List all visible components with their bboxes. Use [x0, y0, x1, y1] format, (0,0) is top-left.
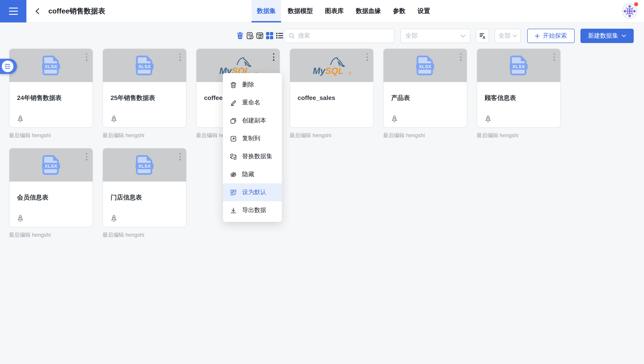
tab-data-lineage[interactable]: 数据血缘: [350, 0, 386, 23]
tab-dataset[interactable]: 数据集: [252, 0, 281, 23]
dataset-card-body[interactable]: 门店信息表: [102, 148, 186, 227]
type-filter-value: 全部: [406, 32, 418, 40]
copy-to-icon: [230, 135, 237, 142]
xlsx-file-icon: [42, 55, 60, 76]
hamburger-icon: [9, 8, 18, 9]
card-title: 顾客信息表: [485, 82, 553, 102]
rocket-icon: [484, 115, 492, 123]
menu-item-rename[interactable]: 重命名: [223, 94, 282, 112]
tab-parameters[interactable]: 参数: [388, 0, 411, 23]
dataset-card-body[interactable]: coffee_sales: [290, 48, 374, 128]
recycle-bin-icon[interactable]: [236, 32, 244, 40]
menu-button[interactable]: [0, 0, 26, 23]
card-menu-button[interactable]: [177, 151, 183, 162]
dataset-card: 顾客信息表 最后编辑 hengshi: [476, 48, 561, 139]
sort-icon: [479, 32, 486, 40]
rocket-icon: [16, 115, 24, 123]
app-header: coffee销售数据表 数据集 数据模型 图表库 数据血缘 参数 设置: [0, 0, 644, 23]
rename-icon: [230, 99, 237, 106]
chevron-down-icon: [512, 35, 517, 37]
search-input[interactable]: 搜索: [284, 29, 394, 43]
card-menu-button[interactable]: [177, 52, 183, 62]
hide-icon: [230, 171, 237, 178]
card-last-edited: 最后编辑 hengshi: [290, 132, 374, 139]
card-menu-button[interactable]: [458, 52, 464, 62]
xlsx-file-icon: [135, 55, 154, 76]
data-sync-icon[interactable]: [256, 32, 264, 40]
dataset-card-body[interactable]: 会员信息表: [9, 148, 93, 227]
card-menu-button[interactable]: [84, 52, 90, 62]
owner-filter-select[interactable]: 全部: [494, 29, 521, 43]
dataset-card: 会员信息表 最后编辑 hengshi: [9, 148, 93, 239]
recent-files-icon[interactable]: [246, 32, 254, 40]
chevron-down-icon: [622, 35, 626, 37]
card-menu-button-open[interactable]: [270, 52, 276, 62]
notification-dot: [634, 2, 638, 6]
tab-chart-library[interactable]: 图表库: [320, 0, 349, 23]
card-title: 产品表: [391, 82, 459, 102]
sidebar-toggle-button[interactable]: [0, 59, 17, 74]
menu-item-hide[interactable]: 隐藏: [223, 165, 282, 183]
dataset-card-body[interactable]: 顾客信息表: [476, 48, 561, 128]
mysql-logo-icon: [310, 56, 353, 77]
xlsx-file-icon: [509, 55, 528, 76]
menu-item-delete[interactable]: 删除: [223, 76, 282, 94]
new-dataset-button[interactable]: 新建数据集: [580, 29, 634, 43]
list-view-icon[interactable]: [276, 32, 283, 40]
dataset-card: 产品表 最后编辑 hengshi: [383, 48, 467, 139]
xlsx-file-icon: [416, 55, 434, 76]
grid-view-icon[interactable]: [266, 32, 274, 40]
dataset-card: 24年销售数据表 最后编辑 hengshi: [9, 48, 93, 139]
dataset-card: 25年销售数据表 最后编辑 hengshi: [102, 48, 186, 139]
card-last-edited: 最后编辑 hengshi: [9, 132, 93, 139]
duplicate-icon: [230, 117, 237, 124]
card-title: 24年销售数据表: [17, 82, 85, 102]
back-button[interactable]: [34, 8, 41, 15]
dataset-library-page: coffee销售数据表 数据集 数据模型 图表库 数据血缘 参数 设置 搜索 全…: [0, 0, 644, 364]
menu-item-duplicate[interactable]: 创建副本: [223, 112, 282, 129]
start-explore-button[interactable]: 开始探索: [527, 29, 575, 43]
card-last-edited: 最后编辑 hengshi: [102, 231, 186, 239]
export-data-icon: [230, 207, 237, 214]
menu-item-replace-dataset[interactable]: 替换数据集: [223, 147, 282, 165]
tab-bar: 数据集 数据模型 图表库 数据血缘 参数 设置: [252, 0, 437, 23]
trash-icon: [230, 81, 237, 88]
card-title: 门店信息表: [110, 181, 178, 202]
dataset-card-body[interactable]: 25年销售数据表: [102, 48, 186, 128]
tab-data-model[interactable]: 数据模型: [282, 0, 318, 23]
xlsx-file-icon: [135, 155, 154, 175]
rocket-icon: [110, 214, 118, 223]
menu-item-copy-to[interactable]: 复制到: [223, 129, 282, 147]
card-last-edited: 最后编辑 hengshi: [9, 231, 93, 239]
dataset-card-body[interactable]: 24年销售数据表: [9, 48, 93, 128]
chevron-left-icon: [34, 8, 41, 15]
new-dataset-label: 新建数据集: [588, 32, 618, 40]
dataset-card: 门店信息表 最后编辑 hengshi: [102, 148, 186, 239]
card-menu-button[interactable]: [364, 52, 370, 62]
page-title: coffee销售数据表: [48, 0, 105, 23]
context-menu: 删除 重命名 创建副本 复制到 替换数据集 隐藏 设为默认 导出数据: [223, 73, 282, 222]
plus-icon: [535, 33, 540, 38]
xlsx-file-icon: [42, 155, 60, 175]
search-placeholder: 搜索: [298, 32, 310, 40]
card-menu-button[interactable]: [551, 52, 557, 62]
search-icon: [289, 33, 295, 39]
card-last-edited: 最后编辑 hengshi: [102, 132, 186, 139]
chevron-down-icon: [460, 34, 466, 38]
card-last-edited: 最后编辑 hengshi: [476, 132, 561, 139]
menu-item-set-default[interactable]: 设为默认: [223, 183, 282, 201]
start-explore-label: 开始探索: [543, 32, 567, 40]
user-avatar[interactable]: [622, 4, 637, 19]
owner-filter-value: 全部: [498, 32, 511, 40]
card-menu-button[interactable]: [84, 151, 90, 162]
menu-item-export-data[interactable]: 导出数据: [223, 201, 282, 219]
type-filter-select[interactable]: 全部: [400, 29, 470, 43]
card-title: coffee_sales: [298, 82, 366, 101]
dataset-card-body[interactable]: 产品表: [383, 48, 467, 128]
list-play-icon: [4, 64, 11, 69]
tab-settings[interactable]: 设置: [412, 0, 436, 23]
rocket-icon: [16, 214, 24, 223]
rocket-icon: [110, 115, 118, 123]
sort-button[interactable]: [476, 29, 489, 43]
replace-dataset-icon: [230, 153, 237, 160]
